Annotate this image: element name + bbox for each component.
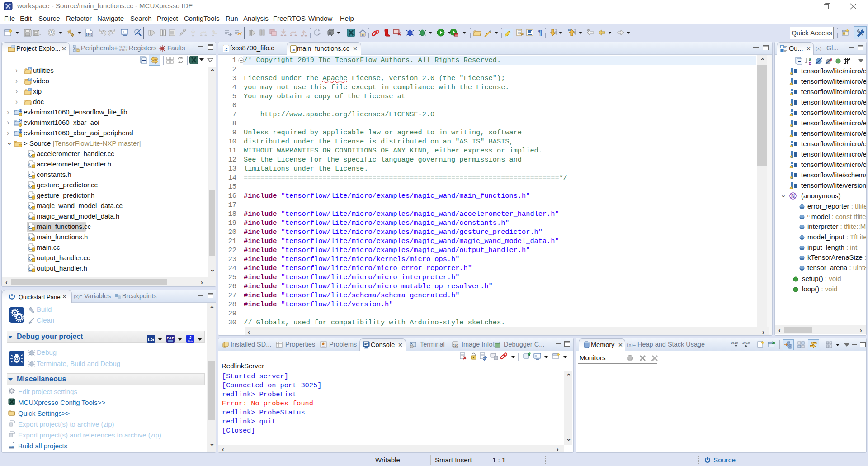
svg-text:C: C xyxy=(19,129,22,133)
svg-text:1010: 1010 xyxy=(731,341,738,345)
svg-text:010: 010 xyxy=(9,445,14,448)
svg-text:z: z xyxy=(809,61,811,65)
svg-text:010: 010 xyxy=(86,33,92,37)
svg-text:.c: .c xyxy=(224,47,228,52)
svg-text:C: C xyxy=(29,67,31,70)
svg-text:C: C xyxy=(29,78,31,81)
svg-text:1010: 1010 xyxy=(742,341,750,345)
svg-text:P&E: P&E xyxy=(167,336,175,340)
svg-text:C: C xyxy=(19,119,22,122)
svg-text:Link: Link xyxy=(188,340,193,342)
svg-text:C: C xyxy=(29,88,31,91)
svg-text:J: J xyxy=(189,335,191,340)
svg-text:C: C xyxy=(19,109,22,112)
svg-text:N: N xyxy=(791,193,795,199)
svg-text:.c: .c xyxy=(292,48,295,52)
svg-text:¶: ¶ xyxy=(538,29,542,37)
svg-text:LS: LS xyxy=(148,337,154,342)
svg-text:010: 010 xyxy=(453,344,458,347)
